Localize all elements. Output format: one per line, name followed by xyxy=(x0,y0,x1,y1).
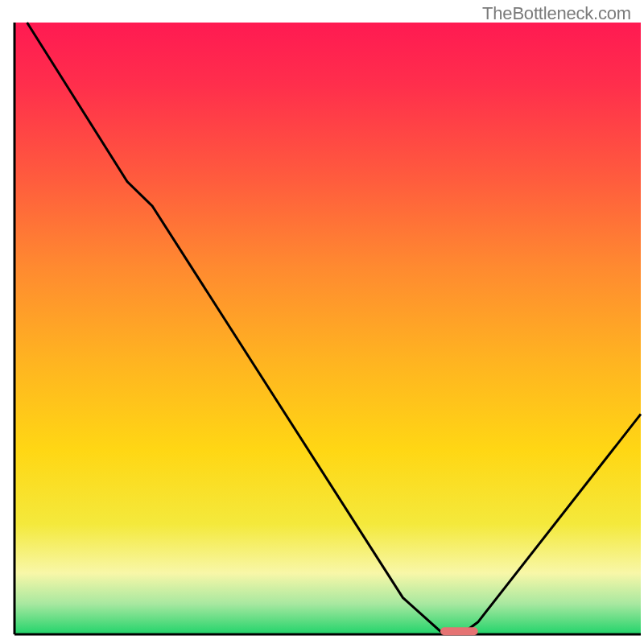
plot-background xyxy=(14,23,641,634)
bottleneck-chart xyxy=(0,0,644,644)
chart-container: TheBottleneck.com xyxy=(0,0,644,644)
watermark-text: TheBottleneck.com xyxy=(482,3,631,24)
optimum-marker xyxy=(440,627,478,635)
